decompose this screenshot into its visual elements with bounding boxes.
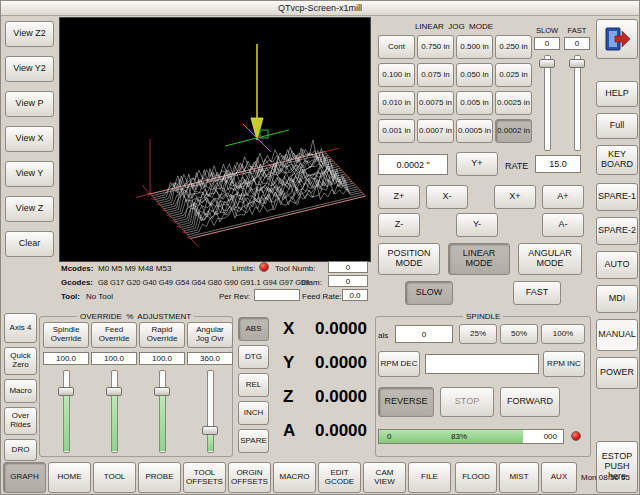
feed-rate-field[interactable]: 0.0 (342, 289, 368, 301)
view-z-button[interactable]: View Z (5, 196, 54, 222)
spare1-button[interactable]: SPARE-1 (596, 183, 638, 211)
diam-field[interactable]: 0 (328, 275, 368, 287)
slider-handle[interactable] (569, 59, 585, 68)
jog-increment-button[interactable]: 0.025 in (495, 63, 532, 87)
spindle-override-button[interactable]: Spindle Override (43, 322, 89, 348)
view-y2-button[interactable]: View Y2 (5, 56, 54, 82)
aux-toggle[interactable]: AUX (541, 462, 577, 493)
spindle-50pct-button[interactable]: 50% (500, 324, 538, 344)
tab-graph[interactable]: GRAPH (3, 462, 46, 493)
slider-handle[interactable] (539, 59, 555, 68)
jog-y-minus-button[interactable]: Y- (456, 213, 498, 237)
per-rev-field[interactable] (254, 289, 300, 301)
tab-quick-zero[interactable]: Quick Zero (4, 347, 37, 375)
dro-inch-button[interactable]: INCH (238, 401, 269, 425)
jog-fast-speed-display[interactable]: 0 (564, 37, 590, 50)
fullscreen-button[interactable]: Full (596, 113, 638, 139)
jog-increment-button[interactable]: 0.500 in (456, 35, 493, 59)
tab-probe[interactable]: PROBE (138, 462, 181, 493)
estop-button[interactable]: ESTOP PUSH here (596, 441, 638, 493)
jog-increment-button-selected[interactable]: 0.0002 in (495, 119, 532, 143)
spindle-reverse-button[interactable]: REVERSE (378, 387, 434, 417)
slider-handle[interactable] (154, 387, 170, 396)
spindle-25pct-button[interactable]: 25% (459, 324, 497, 344)
jog-increment-button[interactable]: 0.750 in (417, 35, 454, 59)
jog-z-plus-button[interactable]: Z+ (378, 185, 420, 209)
mdi-mode-button[interactable]: MDI (596, 285, 638, 313)
jog-increment-button[interactable]: 0.0005 in (456, 119, 493, 143)
spindle-speed-spinbox[interactable]: 0 (395, 325, 453, 343)
view-y-button[interactable]: View Y (5, 161, 54, 187)
spindle-override-slider[interactable] (58, 370, 74, 453)
tab-macro[interactable]: Macro (4, 379, 37, 403)
tab-macro[interactable]: MACRO (273, 462, 316, 493)
angular-mode-button[interactable]: ANGULAR MODE (518, 243, 582, 275)
auto-mode-button[interactable]: AUTO (596, 251, 638, 279)
power-button[interactable]: POWER (596, 357, 638, 389)
tab-file[interactable]: FILE (408, 462, 451, 493)
tool-numb-field[interactable]: 0 (328, 261, 368, 273)
dro-rel-button[interactable]: REL (238, 373, 269, 397)
gremlin-3d-view[interactable] (59, 17, 371, 262)
dro-spare-button[interactable]: SPARE (238, 429, 269, 453)
jog-increment-button[interactable]: 0.250 in (495, 35, 532, 59)
feed-override-slider[interactable] (106, 370, 122, 453)
jog-increment-button[interactable]: 0.001 in (378, 119, 415, 143)
tab-origin-offsets[interactable]: ORGIN OFFSETS (228, 462, 271, 493)
angular-jog-override-slider[interactable] (202, 370, 218, 453)
tab-tool[interactable]: TOOL (93, 462, 136, 493)
jog-y-plus-button[interactable]: Y+ (456, 152, 498, 176)
tab-over-rides[interactable]: Over Rides (4, 407, 37, 435)
jog-slow-speed-display[interactable]: 0 (534, 37, 560, 50)
jog-cont-button[interactable]: Cont (378, 35, 415, 59)
tab-cam-view[interactable]: CAM VIEW (363, 462, 406, 493)
jog-a-plus-button[interactable]: A+ (542, 185, 584, 209)
rpm-inc-button[interactable]: RPM INC (543, 351, 585, 377)
view-p-button[interactable]: View P (5, 91, 54, 117)
slider-handle[interactable] (202, 426, 218, 435)
spindle-forward-button[interactable]: FORWARD (500, 387, 560, 417)
jog-slow-speed-slider[interactable] (539, 55, 555, 151)
help-button[interactable]: HELP (596, 81, 638, 107)
manual-mode-button[interactable]: MANUAL (596, 319, 638, 351)
flood-toggle[interactable]: FLOOD (455, 462, 497, 493)
jog-x-plus-button[interactable]: X+ (494, 185, 536, 209)
position-mode-button[interactable]: POSITION MODE (378, 243, 440, 275)
view-x-button[interactable]: View X (5, 126, 54, 152)
jog-a-minus-button[interactable]: A- (542, 213, 584, 237)
spindle-100pct-button[interactable]: 100% (541, 324, 585, 344)
jog-increment-button[interactable]: 0.010 in (378, 91, 415, 115)
jog-increment-button[interactable]: 0.0075 in (417, 91, 454, 115)
rapid-override-slider[interactable] (154, 370, 170, 453)
keyboard-button[interactable]: KEY BOARD (596, 145, 638, 175)
clear-view-button[interactable]: Clear (5, 231, 54, 257)
feed-override-button[interactable]: Feed Override (91, 322, 137, 348)
jog-fast-speed-slider[interactable] (569, 55, 585, 151)
dro-abs-button[interactable]: ABS (238, 317, 269, 341)
linear-mode-button[interactable]: LINEAR MODE (448, 243, 510, 275)
tab-axis-4[interactable]: Axis 4 (4, 313, 37, 343)
slider-handle[interactable] (58, 387, 74, 396)
rpm-dec-button[interactable]: RPM DEC (378, 351, 420, 377)
jog-z-minus-button[interactable]: Z- (378, 213, 420, 237)
view-z2-button[interactable]: View Z2 (5, 21, 54, 47)
jog-increment-button[interactable]: 0.0025 in (495, 91, 532, 115)
dro-dtg-button[interactable]: DTG (238, 345, 269, 369)
slider-handle[interactable] (106, 387, 122, 396)
jog-increment-button[interactable]: 0.075 in (417, 63, 454, 87)
tab-edit-gcode[interactable]: EDIT GCODE (318, 462, 361, 493)
spare2-button[interactable]: SPARE-2 (596, 217, 638, 245)
exit-button[interactable] (596, 19, 638, 59)
tab-dro[interactable]: DRO (4, 439, 37, 461)
tab-tool-offsets[interactable]: TOOL OFFSETS (183, 462, 226, 493)
jog-x-minus-button[interactable]: X- (426, 185, 468, 209)
tab-home[interactable]: HOME (48, 462, 91, 493)
angular-jog-override-button[interactable]: Angular Jog Ovr (187, 322, 233, 348)
rapid-override-button[interactable]: Rapid Override (139, 322, 185, 348)
jog-increment-button[interactable]: 0.0007 in (417, 119, 454, 143)
jog-increment-button[interactable]: 0.005 in (456, 91, 493, 115)
fast-jog-button[interactable]: FAST (513, 281, 561, 305)
slow-jog-button[interactable]: SLOW (405, 281, 453, 305)
mist-toggle[interactable]: MIST (499, 462, 539, 493)
jog-increment-button[interactable]: 0.100 in (378, 63, 415, 87)
